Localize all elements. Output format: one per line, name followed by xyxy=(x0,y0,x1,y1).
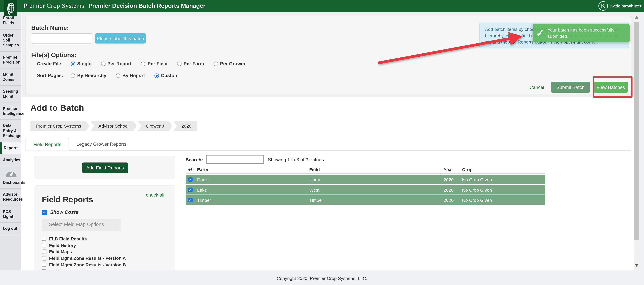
report-option-label: Field Mgmt Zone Top xyxy=(49,269,93,271)
sort-pages-label: Sort Pages: xyxy=(37,73,71,78)
check-all-link[interactable]: check all xyxy=(146,193,164,197)
batch-name-label: Batch Name: xyxy=(31,24,69,31)
report-option-field-history[interactable]: Field History xyxy=(42,242,126,248)
sidebar-item-data-entry-exchange[interactable]: Data Entry & Exchange xyxy=(0,120,21,142)
user-menu[interactable]: K Katie McWhirter xyxy=(598,1,642,11)
search-input[interactable] xyxy=(206,155,264,164)
breadcrumb-item-premier-crop-systems[interactable]: Premier Crop Systems xyxy=(30,121,90,131)
table-row[interactable]: LakeWest2020No Crop Given xyxy=(186,185,545,195)
sidebar-item-pcs-mgmt[interactable]: PCS Mgmt xyxy=(0,206,21,223)
show-costs-option[interactable]: Show Costs xyxy=(42,209,78,215)
add-to-batch-section: Add to Batch Premier Crop SystemsAdvisor… xyxy=(21,97,634,271)
scroll-up-icon[interactable] xyxy=(634,16,638,19)
report-option-field-maps[interactable]: Field Maps xyxy=(42,248,126,255)
checkbox-checked[interactable] xyxy=(188,198,193,202)
report-option-field-mgmt-zone-results-version-a[interactable]: Field Mgmt Zone Results - Version A xyxy=(42,255,126,262)
scrollbar-thumb[interactable] xyxy=(634,22,639,240)
radio-label: Per Report xyxy=(107,61,132,66)
sort-pages-option-custom[interactable]: Custom xyxy=(154,73,178,78)
sidebar-item-label: Analytics xyxy=(3,158,20,162)
year-cell: 2020 xyxy=(444,187,462,192)
add-field-reports-button[interactable]: Add Field Reports xyxy=(82,163,128,173)
tab-field-reports[interactable]: Field Reports xyxy=(26,138,69,151)
cancel-button[interactable]: Cancel xyxy=(530,85,544,90)
label-batch-button[interactable]: Please label this batch xyxy=(95,33,146,43)
table-row[interactable]: Dad'sHome2020No Crop Given xyxy=(186,175,545,184)
create-file-option-per-grower[interactable]: Per Grower xyxy=(214,61,246,66)
sidebar-item-premier-intelligence[interactable]: Premier Intelligence xyxy=(0,103,21,120)
vertical-scrollbar[interactable] xyxy=(634,12,639,271)
tab-legacy-grower-reports[interactable]: Legacy Grower Reports xyxy=(69,138,134,151)
sidebar-item-label: Advisor Resources xyxy=(3,192,23,202)
create-file-option-single[interactable]: Single xyxy=(71,61,92,66)
sidebar-item-label: Premier Precision xyxy=(3,55,20,64)
submit-batch-button[interactable]: Submit Batch xyxy=(551,82,590,93)
breadcrumb-item-grower-j[interactable]: Grower J xyxy=(138,121,172,131)
breadcrumb-item-2020[interactable]: 2020 xyxy=(173,121,197,131)
sidebar-item-advisor-resources[interactable]: Advisor Resources xyxy=(0,189,21,206)
sidebar-item-order-soil-samples[interactable]: Order Soil Samples xyxy=(0,29,21,52)
page-footer: Copyright 2020, Premier Crop Systems, LL… xyxy=(0,271,644,285)
column-header-field[interactable]: Field xyxy=(309,167,444,172)
app-header: Premier Crop Systems Premier Decision Ba… xyxy=(0,0,644,12)
sidebar-item-label: Log out xyxy=(3,226,17,231)
column-header-year[interactable]: Year xyxy=(444,167,462,172)
toast-message: Your batch has been successfully submitt… xyxy=(548,27,626,39)
sidebar-item-label: Order Soil Samples xyxy=(3,33,19,47)
show-costs-checkbox-checked[interactable] xyxy=(42,209,47,215)
scroll-down-icon[interactable] xyxy=(634,264,638,267)
sidebar-item-seeding-mgmt[interactable]: Seeding Mgmt xyxy=(0,86,21,103)
field-map-options-select[interactable]: Select Field Map Options xyxy=(42,219,121,231)
report-option-elb-field-results[interactable]: ELB Field Results xyxy=(42,236,126,242)
brand-name: Premier Crop Systems xyxy=(24,2,84,9)
avatar[interactable]: K xyxy=(598,1,608,11)
breadcrumb-item-advisor-school[interactable]: Advisor School xyxy=(90,121,137,131)
gauge-icon xyxy=(3,170,19,179)
report-option-field-mgmt-zone-top[interactable]: Field Mgmt Zone Top xyxy=(42,268,126,271)
sidebar-item-log-out[interactable]: Log out xyxy=(0,223,21,235)
fields-table: +/-FarmFieldYearCropDad'sHome2020No Crop… xyxy=(186,165,545,205)
sidebar-item-label: PCS Mgmt xyxy=(3,209,13,219)
results-status: Showing 1 to 3 of 3 entries xyxy=(268,157,324,162)
create-file-option-per-field[interactable]: Per Field xyxy=(141,61,168,66)
checkbox-unchecked[interactable] xyxy=(42,250,46,254)
report-option-label: Field Mgmt Zone Results - Version B xyxy=(49,262,126,267)
main-content: Batch Name: Please label this batch File… xyxy=(21,12,634,271)
sort-pages-option-by-hierarchy[interactable]: By Hierarchy xyxy=(71,73,106,78)
sidebar-item-reports[interactable]: Reports xyxy=(0,142,21,154)
table-search: Search: Showing 1 to 3 of 3 entries xyxy=(186,155,324,164)
checkbox-unchecked[interactable] xyxy=(42,263,46,267)
crop-cell: No Crop Given xyxy=(462,177,545,182)
tabs: Field ReportsLegacy Grower Reports xyxy=(26,138,134,151)
checkbox-unchecked[interactable] xyxy=(42,237,46,241)
row-select-cell xyxy=(186,188,197,192)
checkbox-unchecked[interactable] xyxy=(42,256,46,260)
column-header-[interactable]: +/- xyxy=(186,167,197,172)
column-header-crop[interactable]: Crop xyxy=(462,167,545,172)
batch-name-input[interactable] xyxy=(31,33,92,43)
add-reports-card: Add Field Reports xyxy=(35,156,175,178)
create-file-option-per-farm[interactable]: Per Farm xyxy=(177,61,204,66)
sort-pages-option-by-report[interactable]: By Report xyxy=(116,73,145,78)
sidebar-item-mgmt-zones[interactable]: Mgmt Zones xyxy=(0,69,21,86)
sidebar-item-analytics[interactable]: Analytics xyxy=(0,154,21,166)
year-cell: 2020 xyxy=(444,198,462,203)
radio-label: By Report xyxy=(122,73,145,78)
checkbox-checked[interactable] xyxy=(188,188,193,192)
show-costs-label: Show Costs xyxy=(50,209,78,215)
report-option-field-mgmt-zone-results-version-b[interactable]: Field Mgmt Zone Results - Version B xyxy=(42,262,126,268)
field-cell: West xyxy=(309,187,444,192)
checkbox-checked[interactable] xyxy=(188,177,193,182)
table-top-divider xyxy=(186,173,545,174)
create-file-option-per-report[interactable]: Per Report xyxy=(101,61,132,66)
sidebar-item-premier-precision[interactable]: Premier Precision xyxy=(0,51,21,69)
sidebar-item-dashboards[interactable]: Dashboards xyxy=(0,166,21,189)
table-row[interactable]: TimberTimber2020No Crop Given xyxy=(186,195,545,205)
farm-cell: Lake xyxy=(197,187,309,192)
user-name: Katie McWhirter xyxy=(610,4,642,8)
column-header-farm[interactable]: Farm xyxy=(197,167,309,172)
farm-cell: Dad's xyxy=(197,177,309,182)
checkbox-unchecked[interactable] xyxy=(42,269,46,271)
checkbox-unchecked[interactable] xyxy=(42,243,46,247)
section-title: Add to Batch xyxy=(30,103,84,113)
